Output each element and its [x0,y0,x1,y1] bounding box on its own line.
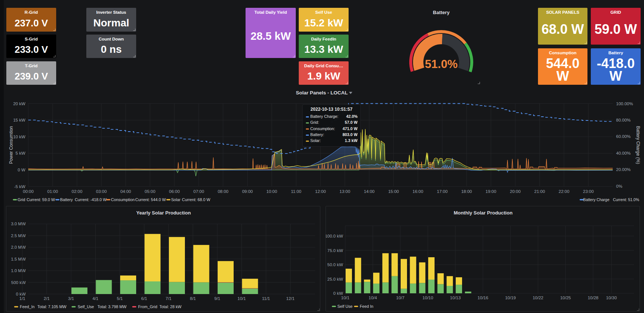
svg-text:2/1: 2/1 [44,296,50,301]
svg-text:10/28: 10/28 [588,296,599,300]
svg-text:100.0 kW: 100.0 kW [326,234,343,238]
svg-text:10/25: 10/25 [560,296,571,300]
svg-text:0 W: 0 W [18,168,26,172]
svg-text:Monthly Solar Production: Monthly Solar Production [454,210,512,216]
svg-text:Self Use: Self Use [337,304,353,309]
svg-text:57.0 W: 57.0 W [345,120,358,125]
svg-text:14:00: 14:00 [364,189,375,194]
svg-text:1.3 kW: 1.3 kW [345,138,358,143]
svg-text:03:00: 03:00 [96,189,107,194]
svg-text:20 kW: 20 kW [13,101,25,106]
svg-text:-5 kW: -5 kW [14,184,25,189]
svg-text:10/30: 10/30 [606,296,617,300]
svg-text:0%: 0% [616,184,622,188]
svg-text:100.00%: 100.00% [616,101,633,106]
svg-text:10/1: 10/1 [237,296,246,301]
svg-text:Feed In: Feed In [360,304,374,309]
svg-text:10/10: 10/10 [423,296,433,300]
svg-text:1.5 MW: 1.5 MW [11,257,26,261]
svg-text:12/1: 12/1 [286,296,294,301]
svg-text:18:00: 18:00 [461,189,472,194]
svg-text:10/16: 10/16 [478,296,488,300]
svg-text:Yearly Solar Production: Yearly Solar Production [136,210,191,216]
svg-text:1/1: 1/1 [19,296,25,301]
svg-text:15 kW: 15 kW [13,118,25,122]
svg-text:Current: -418.0 W: Current: -418.0 W [75,197,107,202]
svg-text:Consumption:: Consumption: [310,126,335,131]
svg-text:Grid: Grid [17,197,25,202]
svg-text:Battery Charge (%): Battery Charge (%) [635,126,641,164]
svg-text:3.0 MW: 3.0 MW [11,222,26,226]
svg-text:Total: 3.798 MW: Total: 3.798 MW [97,304,127,309]
svg-text:10 kW: 10 kW [13,135,25,139]
svg-text:01:00: 01:00 [47,189,58,194]
svg-text:00:00: 00:00 [23,189,34,194]
svg-text:12:00: 12:00 [315,189,326,194]
svg-text:Current: 59.0 W: Current: 59.0 W [26,197,55,202]
svg-text:2.0 MW: 2.0 MW [11,245,26,249]
svg-text:Battery Charge:: Battery Charge: [310,114,339,119]
svg-text:07:00: 07:00 [193,189,204,194]
svg-text:Total: 7.105 MW: Total: 7.105 MW [38,304,67,309]
svg-text:1.0 MW: 1.0 MW [11,268,26,273]
svg-text:60.00%: 60.00% [616,134,631,139]
svg-text:Current: 68.0 W: Current: 68.0 W [182,197,211,202]
svg-text:05:00: 05:00 [145,189,156,194]
svg-text:06:00: 06:00 [169,189,180,194]
svg-text:80.00%: 80.00% [616,118,631,122]
svg-text:471.0 W: 471.0 W [343,126,358,131]
svg-text:6/1: 6/1 [141,296,147,301]
svg-text:Battery: Battery [60,197,73,202]
svg-text:0 kW: 0 kW [16,292,26,296]
svg-text:8/1: 8/1 [190,296,196,301]
svg-text:9/1: 9/1 [214,296,220,301]
svg-text:13:00: 13:00 [340,189,350,194]
svg-text:42.0%: 42.0% [346,114,358,119]
svg-text:Battery:: Battery: [310,132,324,137]
svg-text:Current: 544.0 W: Current: 544.0 W [135,197,166,202]
svg-text:Total: 28 kW: Total: 28 kW [159,304,182,309]
svg-text:7/1: 7/1 [166,296,172,301]
svg-text:Grid:: Grid: [310,120,319,125]
svg-text:Solar:: Solar: [310,138,321,143]
svg-text:10/13: 10/13 [450,296,461,300]
svg-text:0 kW: 0 kW [333,291,343,296]
svg-text:10/1: 10/1 [341,296,349,300]
svg-text:5 kW: 5 kW [16,151,25,155]
svg-text:75.0 kW: 75.0 kW [327,248,343,253]
svg-text:10/22: 10/22 [533,296,544,300]
svg-text:02:00: 02:00 [72,189,83,194]
svg-text:Current: 51.0%: Current: 51.0% [613,197,639,202]
svg-text:10/7: 10/7 [396,296,404,300]
svg-text:10/4: 10/4 [369,296,377,300]
svg-text:11:00: 11:00 [291,189,301,194]
svg-text:10:00: 10:00 [266,189,277,194]
svg-text:15:00: 15:00 [388,189,399,194]
svg-text:51.0%: 51.0% [425,58,458,71]
svg-text:16:00: 16:00 [413,189,423,194]
svg-text:From_Grid: From_Grid [138,304,157,309]
svg-text:22:00: 22:00 [559,189,570,194]
svg-text:50.0 kW: 50.0 kW [327,262,343,267]
svg-text:Battery: Battery [433,10,450,15]
svg-text:Power Consumtion: Power Consumtion [9,126,14,164]
svg-text:Feed_In: Feed_In [20,304,35,309]
svg-text:Self_Use: Self_Use [78,304,94,309]
svg-text:803.0 W: 803.0 W [343,132,358,137]
svg-text:3/1: 3/1 [68,296,74,301]
svg-text:17:00: 17:00 [437,189,448,194]
svg-text:Consumption: Consumption [111,197,135,202]
svg-text:04:00: 04:00 [120,189,131,194]
svg-text:20.00%: 20.00% [616,167,631,172]
svg-text:40.00%: 40.00% [616,151,631,155]
svg-text:09:00: 09:00 [242,189,253,194]
svg-text:10/19: 10/19 [505,296,516,300]
svg-text:20:00: 20:00 [510,189,521,194]
svg-text:2.5 MW: 2.5 MW [11,233,26,238]
svg-text:Solar: Solar [171,197,181,202]
svg-text:2022-10-13 10:51:57: 2022-10-13 10:51:57 [311,107,353,112]
svg-text:4/1: 4/1 [93,296,99,301]
svg-text:11/1: 11/1 [262,296,270,301]
svg-text:23:00: 23:00 [583,189,594,194]
svg-text:19:00: 19:00 [486,189,496,194]
